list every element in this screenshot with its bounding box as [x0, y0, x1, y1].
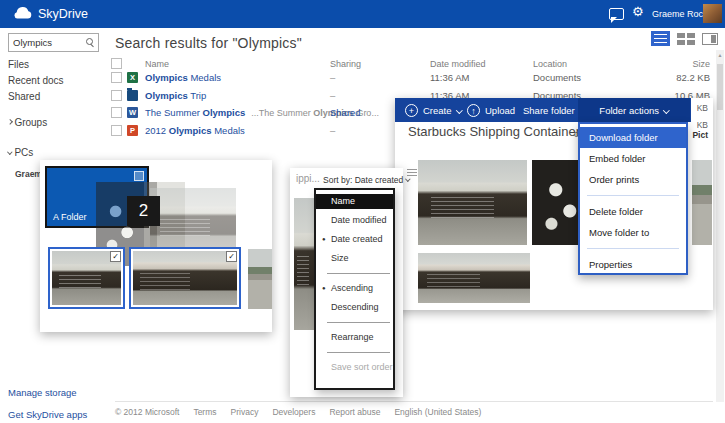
menu-item-download-folder[interactable]: Download folder: [580, 127, 686, 148]
name-bold: Olympics: [203, 107, 246, 118]
copyright-text: © 2012 Microsoft: [115, 407, 179, 417]
clipped-text: KB: [666, 103, 708, 113]
sort-option-rearrange[interactable]: Rearrange: [316, 328, 393, 347]
row-checkbox[interactable]: [111, 107, 122, 118]
file-name-link[interactable]: Olympics Trip: [145, 90, 206, 101]
folder-photo[interactable]: [692, 160, 712, 245]
file-name-cell[interactable]: Olympics Trip: [145, 87, 206, 104]
sort-option-ascending[interactable]: ●Ascending: [316, 279, 393, 298]
select-all-checkbox[interactable]: [111, 58, 122, 69]
excel-file-icon: X: [127, 72, 138, 83]
name-post: Medals: [212, 125, 245, 136]
plus-icon: +: [405, 104, 418, 117]
table-header: Name Sharing Date modified Location Size: [0, 56, 713, 70]
upload-button[interactable]: ↑ Upload: [467, 98, 515, 122]
page-title: Search results for "Olympics": [115, 35, 302, 51]
folder-actions-menu: Download folderEmbed folderOrder printsD…: [578, 122, 688, 275]
checked-checkbox[interactable]: ✓: [226, 251, 237, 262]
skydrive-logo[interactable]: SkyDrive: [12, 5, 88, 23]
details-pane-icon[interactable]: [702, 33, 718, 45]
tiles-view-icon[interactable]: [677, 33, 695, 45]
sort-option-size[interactable]: Size: [316, 249, 393, 268]
tile-checkbox[interactable]: [134, 171, 144, 181]
name-post: Trip: [188, 90, 206, 101]
menu-item-embed-folder[interactable]: Embed folder: [580, 148, 686, 169]
name-post: Medals: [188, 72, 221, 83]
name-pre: The Summer: [145, 107, 203, 118]
menu-separator: [587, 248, 679, 249]
name-bold: Olympics: [145, 72, 188, 83]
size-cell: 82.2 KB: [620, 69, 710, 86]
footer-link-report-abuse[interactable]: Report abuse: [329, 407, 380, 417]
scrollbar[interactable]: ▲: [716, 50, 724, 402]
brand-name: SkyDrive: [38, 7, 88, 21]
photo-thumbnail[interactable]: ✓: [129, 247, 241, 309]
search-input[interactable]: [13, 35, 81, 50]
date-modified-cell: 11:36 AM: [430, 69, 469, 86]
sort-option-descending[interactable]: Descending: [316, 298, 393, 317]
search-box[interactable]: [8, 33, 99, 52]
checked-checkbox[interactable]: ✓: [110, 251, 121, 262]
avatar[interactable]: [703, 4, 722, 23]
sidebar-link-manage-storage[interactable]: Manage storage: [8, 386, 77, 399]
menu-item-move-folder-to[interactable]: Move folder to: [580, 222, 686, 243]
menu-item-properties[interactable]: Properties: [580, 254, 686, 275]
row-checkbox[interactable]: [111, 90, 122, 101]
footer-link-english-united-states-[interactable]: English (United States): [394, 407, 481, 417]
selected-bullet-icon: ●: [322, 279, 326, 298]
folder-tile-label: A Folder: [53, 212, 87, 222]
sort-option-date-created[interactable]: ●Date created: [316, 230, 393, 249]
drag-count-badge: 2: [127, 196, 160, 226]
row-checkbox[interactable]: [111, 72, 122, 83]
menu-item-order-prints[interactable]: Order prints: [580, 169, 686, 190]
photo-thumbnail[interactable]: ✓: [48, 247, 125, 309]
photo-thumbnail[interactable]: [248, 249, 272, 309]
gear-icon[interactable]: ⚙: [632, 4, 644, 19]
file-name-cell[interactable]: Olympics Medals: [145, 69, 221, 86]
scrollbar-thumb[interactable]: [717, 64, 723, 110]
list-view-icon[interactable]: [651, 31, 670, 46]
sidebar-item-pcs[interactable]: PCs: [8, 146, 33, 159]
footer-link-privacy[interactable]: Privacy: [231, 407, 259, 417]
folder-photo[interactable]: [418, 160, 527, 245]
share-folder-button[interactable]: Share folder: [523, 98, 575, 122]
sharing-cell[interactable]: Shared: [330, 104, 361, 121]
row-checkbox[interactable]: [111, 125, 122, 136]
menu-item-delete-folder[interactable]: Delete folder: [580, 201, 686, 222]
search-icon[interactable]: [86, 38, 93, 45]
name-bold: Olympics: [145, 90, 188, 101]
folder-title: Starbucks Shipping Container: [408, 124, 580, 139]
messenger-icon[interactable]: [609, 8, 624, 20]
folder-page-panel: + Create ↑ Upload Share folder Folder ac…: [395, 98, 713, 310]
top-bar: SkyDrive ⚙ Graeme Roche: [0, 0, 725, 28]
snippet-pre: ...The Summer: [251, 108, 313, 118]
name-bold: Olympics: [169, 125, 212, 136]
ppt-file-icon: P: [127, 125, 138, 136]
file-name-link[interactable]: The Summer Olympics: [145, 107, 245, 118]
footer-link-developers[interactable]: Developers: [272, 407, 315, 417]
folder-file-icon: [127, 90, 138, 101]
cloud-icon: [12, 5, 32, 23]
folder-photo[interactable]: [418, 253, 530, 303]
folder-toolbar: + Create ↑ Upload Share folder Folder ac…: [395, 98, 691, 122]
sort-option-name[interactable]: Name: [316, 194, 393, 209]
sort-menu: NameDate modified●Date createdSize●Ascen…: [314, 188, 395, 390]
file-name-link[interactable]: 2012 Olympics Medals: [145, 125, 245, 136]
file-name-cell[interactable]: 2012 Olympics Medals: [145, 122, 245, 139]
create-button[interactable]: + Create: [405, 98, 461, 122]
sidebar-link-get-skydrive-apps[interactable]: Get SkyDrive apps: [8, 408, 87, 421]
table-row[interactable]: XOlympics Medals–11:36 AMDocuments82.2 K…: [0, 69, 713, 86]
selected-bullet-icon: ●: [322, 230, 326, 249]
sharing-cell: –: [330, 87, 335, 104]
menu-separator: [327, 273, 390, 274]
upload-arrow-icon: ↑: [467, 104, 480, 117]
name-pre: 2012: [145, 125, 169, 136]
sort-option-date-modified[interactable]: Date modified: [316, 211, 393, 230]
chevron-down-icon: [405, 177, 410, 182]
skydrive-app: SkyDrive ⚙ Graeme Roche FilesRecent docs…: [0, 0, 725, 423]
sort-by-dropdown[interactable]: Sort by: Date created: [323, 175, 409, 185]
chevron-down-icon: [7, 150, 12, 155]
file-name-link[interactable]: Olympics Medals: [145, 72, 221, 83]
scroll-up-arrow[interactable]: ▲: [716, 52, 724, 58]
footer-link-terms[interactable]: Terms: [193, 407, 216, 417]
